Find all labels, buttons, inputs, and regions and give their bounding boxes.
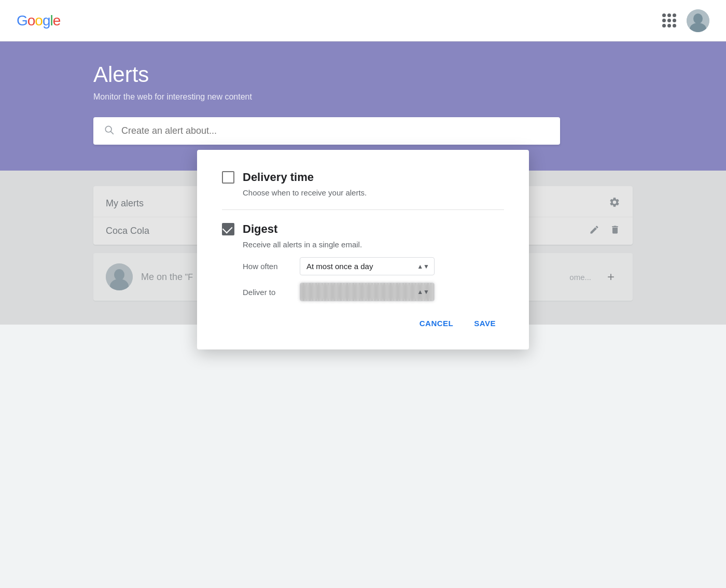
web-card-actions: ome... + xyxy=(569,268,620,286)
settings-modal: Delivery time Choose when to receive you… xyxy=(197,150,529,349)
grid-dot xyxy=(673,24,676,27)
delete-icon[interactable] xyxy=(610,225,620,237)
add-alert-button[interactable]: + xyxy=(602,268,620,286)
grid-dot xyxy=(673,19,676,22)
cancel-button[interactable]: CANCEL xyxy=(411,314,462,333)
logo-letter-o2: o xyxy=(35,12,43,29)
delivery-time-section: Delivery time Choose when to receive you… xyxy=(222,171,504,197)
grid-dot xyxy=(673,13,676,17)
card-actions xyxy=(609,197,620,211)
digest-header: Digest xyxy=(222,222,504,236)
section-title: My alerts xyxy=(106,198,144,209)
hero-subtitle: Monitor the web for interesting new cont… xyxy=(93,92,633,102)
logo-letter-g2: g xyxy=(43,12,50,29)
alert-name: Coca Cola xyxy=(106,226,149,236)
edit-icon[interactable] xyxy=(589,225,599,237)
modal-actions: CANCEL SAVE xyxy=(222,314,504,333)
svg-line-4 xyxy=(111,132,114,134)
blurred-content xyxy=(300,283,434,301)
save-button[interactable]: SAVE xyxy=(466,314,504,333)
how-often-select[interactable]: At most once a day At most once a week xyxy=(300,257,435,275)
avatar[interactable] xyxy=(687,9,709,32)
logo-letter-g: G xyxy=(17,12,27,29)
grid-dot xyxy=(667,24,671,27)
delivery-time-title: Delivery time xyxy=(243,171,314,184)
grid-dot xyxy=(662,13,666,17)
search-bar xyxy=(93,117,560,145)
grid-dot xyxy=(662,19,666,22)
deliver-to-row: Deliver to ▲▼ xyxy=(243,283,504,301)
grid-dot xyxy=(662,24,666,27)
top-nav: G o o g l e xyxy=(0,0,726,41)
svg-point-6 xyxy=(114,269,124,281)
google-apps-icon[interactable] xyxy=(662,13,676,27)
grid-dot xyxy=(667,13,671,17)
logo-letter-e: e xyxy=(53,12,61,29)
delivery-time-header: Delivery time xyxy=(222,171,504,184)
nav-right xyxy=(662,9,709,32)
logo-letter-o1: o xyxy=(27,12,35,29)
more-label: ome... xyxy=(569,273,591,282)
digest-title: Digest xyxy=(243,222,277,236)
modal-divider xyxy=(222,209,504,210)
how-often-row: How often At most once a day At most onc… xyxy=(243,257,504,275)
search-icon xyxy=(104,124,114,137)
digest-description: Receive all alerts in a single email. xyxy=(243,240,504,249)
email-field-blurred[interactable] xyxy=(300,283,435,301)
digest-section: Digest Receive all alerts in a single em… xyxy=(222,222,504,301)
google-logo: G o o g l e xyxy=(17,12,60,29)
deliver-to-label: Deliver to xyxy=(243,288,300,297)
delivery-time-description: Choose when to receive your alerts. xyxy=(243,188,504,197)
digest-fields: How often At most once a day At most onc… xyxy=(243,257,504,301)
delivery-time-checkbox[interactable] xyxy=(222,171,234,184)
page-title: Alerts xyxy=(93,62,633,87)
create-alert-input[interactable] xyxy=(121,125,550,136)
main-content: My alerts Coca Cola xyxy=(0,171,726,325)
how-often-label: How often xyxy=(243,262,300,271)
quote-snippet: "F xyxy=(185,273,193,282)
me-on-web-title: Me on the xyxy=(141,272,183,282)
row-actions xyxy=(589,225,620,237)
email-select-wrapper: ▲▼ xyxy=(300,283,435,301)
digest-checkbox[interactable] xyxy=(222,223,234,235)
svg-point-1 xyxy=(693,13,703,24)
how-often-select-wrapper: At most once a day At most once a week ▲… xyxy=(300,257,435,275)
grid-dot xyxy=(667,19,671,22)
settings-icon[interactable] xyxy=(609,197,620,211)
user-avatar-small xyxy=(106,263,133,290)
